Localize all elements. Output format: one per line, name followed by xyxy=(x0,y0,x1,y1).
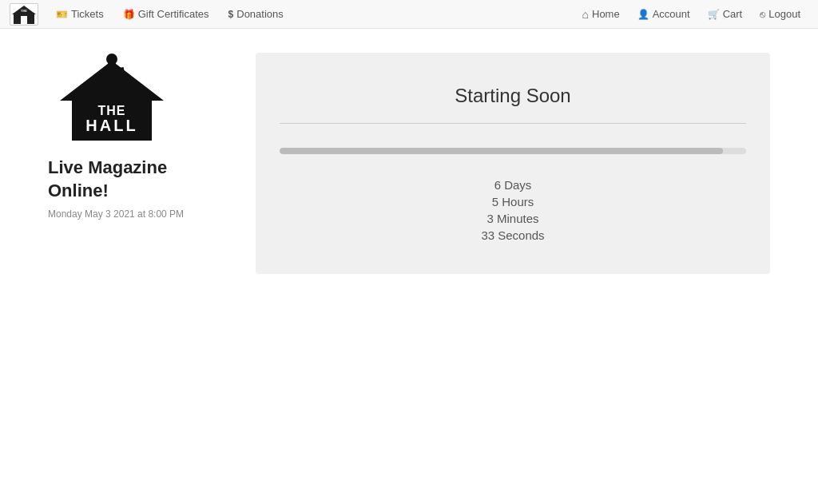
nav-link-home[interactable]: Home xyxy=(574,8,628,21)
venue-logo: THE HALL xyxy=(48,53,176,141)
user-icon xyxy=(637,8,649,20)
seconds-unit: 33 Seconds xyxy=(481,228,544,242)
nav-label-account: Account xyxy=(653,8,690,20)
countdown-units: 6 Days 5 Hours 3 Minutes 33 Seconds xyxy=(481,178,544,242)
main-container: THE HALL Live Magazine Online! Monday Ma… xyxy=(0,29,818,298)
hours-unit: 5 Hours xyxy=(492,195,534,208)
event-title: Live Magazine Online! xyxy=(48,157,224,202)
dollar-icon xyxy=(228,8,234,20)
nav-label-cart: Cart xyxy=(723,8,743,20)
gift-icon xyxy=(123,8,135,20)
home-icon xyxy=(582,8,589,21)
cart-icon xyxy=(708,8,720,20)
logo-area: THE HALL xyxy=(48,53,224,141)
countdown-title: Starting Soon xyxy=(455,85,570,107)
logout-icon xyxy=(760,8,765,20)
nav-label-gift-certificates: Gift Certificates xyxy=(138,8,209,20)
nav-label-donations: Donations xyxy=(236,8,284,20)
minutes-unit: 3 Minutes xyxy=(486,212,538,225)
nav-left: THE Tickets Gift Certificates Donations xyxy=(10,3,292,26)
ticket-icon xyxy=(56,8,68,20)
nav-right: Home Account Cart Logout xyxy=(574,8,808,21)
nav-logo[interactable]: THE xyxy=(10,3,38,26)
right-panel: Starting Soon 6 Days 5 Hours 3 Minutes 3… xyxy=(256,53,770,274)
days-unit: 6 Days xyxy=(494,178,532,192)
nav-label-tickets: Tickets xyxy=(71,8,104,20)
the-hall-logo-svg: THE HALL xyxy=(48,53,176,141)
nav-link-donations[interactable]: Donations xyxy=(220,8,292,20)
navbar: THE Tickets Gift Certificates Donations … xyxy=(0,0,818,29)
nav-label-logout: Logout xyxy=(768,8,800,20)
svg-text:THE: THE xyxy=(21,9,27,13)
progress-bar-container xyxy=(280,148,746,154)
svg-rect-2 xyxy=(21,16,27,24)
nav-link-cart[interactable]: Cart xyxy=(700,8,751,20)
svg-text:THE: THE xyxy=(98,104,126,117)
divider xyxy=(280,123,746,124)
logo-icon: THE xyxy=(12,5,36,24)
nav-link-logout[interactable]: Logout xyxy=(752,8,808,20)
progress-bar-fill xyxy=(280,148,723,154)
nav-link-gift-certificates[interactable]: Gift Certificates xyxy=(115,8,217,20)
nav-label-home: Home xyxy=(592,8,620,20)
svg-text:HALL: HALL xyxy=(85,117,137,134)
left-panel: THE HALL Live Magazine Online! Monday Ma… xyxy=(48,53,224,274)
event-date: Monday May 3 2021 at 8:00 PM xyxy=(48,208,224,220)
nav-link-tickets[interactable]: Tickets xyxy=(48,8,112,20)
nav-link-account[interactable]: Account xyxy=(629,8,698,20)
